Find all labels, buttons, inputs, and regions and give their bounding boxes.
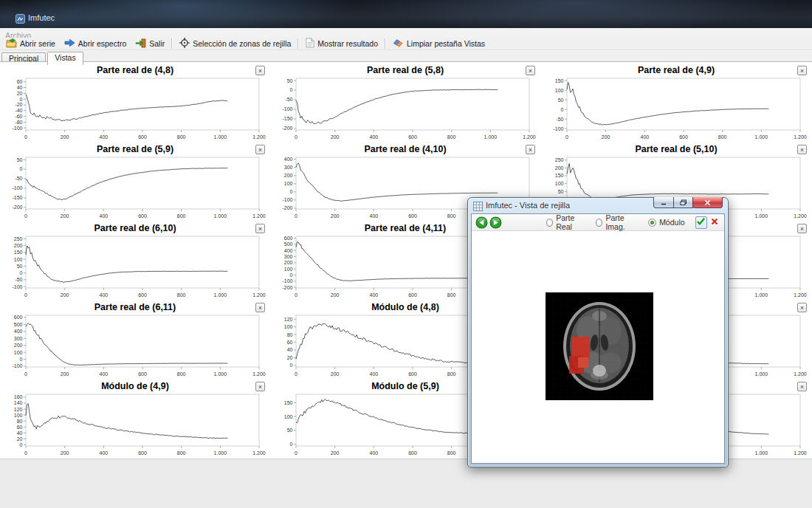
radio-parte-real[interactable]: Parte Real	[546, 213, 585, 231]
svg-text:800: 800	[177, 292, 186, 298]
svg-text:1.200: 1.200	[252, 450, 266, 456]
chart-close-button[interactable]: ×	[797, 303, 807, 312]
dialog-close-button[interactable]	[692, 197, 723, 208]
clear-views-label: Limpiar pestaña Vistas	[407, 39, 485, 48]
svg-text:600: 600	[138, 292, 147, 298]
svg-text:400: 400	[284, 248, 293, 253]
chart-close-button[interactable]: ×	[797, 382, 807, 391]
chart-close-button[interactable]: ×	[255, 224, 265, 233]
dialog-toolbar: Parte Real Parte Imag. Módulo	[472, 214, 724, 231]
menu-bar: Archivo	[0, 28, 812, 38]
open-spectrum-icon	[64, 38, 75, 49]
open-spectrum-button[interactable]: Abrir espectro	[60, 38, 131, 49]
svg-text:-60: -60	[15, 114, 22, 119]
dialog-minimize-button[interactable]	[653, 197, 674, 208]
mri-brain-image[interactable]	[546, 292, 653, 400]
svg-text:400: 400	[369, 213, 378, 219]
svg-text:60: 60	[17, 79, 23, 84]
dialog-titlebar[interactable]: Imfutec - Vista de rejilla	[468, 198, 728, 213]
svg-text:800: 800	[177, 371, 186, 377]
svg-text:100: 100	[284, 324, 293, 329]
svg-text:400: 400	[369, 292, 378, 298]
chart-title: Parte real de (5,8)	[270, 64, 540, 77]
svg-text:1.000: 1.000	[214, 371, 227, 377]
svg-text:200: 200	[61, 213, 69, 219]
chart-close-button[interactable]: ×	[526, 66, 535, 75]
chart-close-button[interactable]: ×	[255, 145, 265, 154]
svg-text:400: 400	[99, 450, 108, 456]
svg-text:250: 250	[14, 236, 23, 241]
svg-text:250: 250	[555, 157, 564, 162]
svg-text:1.200: 1.200	[252, 213, 266, 219]
svg-text:600: 600	[284, 236, 293, 241]
chart-close-button[interactable]: ×	[797, 66, 807, 75]
mode-radio-group: Parte Real Parte Imag. Módulo	[546, 213, 695, 231]
cancel-button[interactable]	[709, 216, 720, 229]
chart-title: Módulo de (4,9)	[0, 380, 270, 393]
svg-text:40: 40	[287, 347, 293, 352]
svg-text:500: 500	[284, 241, 293, 247]
open-series-label: Abrir serie	[20, 39, 55, 48]
svg-text:0: 0	[295, 134, 297, 140]
svg-text:-100: -100	[282, 197, 292, 202]
svg-text:1.200: 1.200	[794, 292, 807, 298]
chart-panel: Módulo de (4,9)×160140120100806040200020…	[0, 380, 270, 459]
svg-text:1.200: 1.200	[794, 134, 807, 140]
svg-text:1.000: 1.000	[755, 134, 768, 140]
svg-text:-40: -40	[15, 108, 22, 113]
clear-views-button[interactable]: Limpiar pestaña Vistas	[388, 38, 489, 49]
grid-zone-selection-icon	[179, 38, 190, 49]
svg-text:60: 60	[287, 340, 293, 345]
svg-text:100: 100	[555, 88, 564, 93]
svg-text:100: 100	[555, 181, 564, 186]
svg-text:0: 0	[565, 134, 568, 140]
svg-text:0: 0	[20, 166, 23, 171]
chart-close-button[interactable]: ×	[255, 66, 265, 75]
svg-text:600: 600	[408, 371, 417, 377]
dialog-maximize-button[interactable]	[673, 197, 693, 208]
chart-close-button[interactable]: ×	[797, 224, 807, 233]
svg-text:-50: -50	[556, 117, 563, 122]
svg-text:200: 200	[555, 165, 564, 171]
radio-label: Parte Real	[556, 213, 585, 231]
svg-text:200: 200	[331, 450, 340, 456]
svg-text:100: 100	[14, 257, 23, 262]
open-series-button[interactable]: Abrir serie	[1, 38, 60, 49]
radio-modulo[interactable]: Módulo	[648, 218, 684, 227]
exit-button[interactable]: Salir	[131, 38, 169, 49]
svg-text:400: 400	[369, 134, 378, 140]
svg-text:40: 40	[17, 85, 23, 90]
tab-vistas[interactable]: Vistas	[47, 52, 83, 65]
grid-zone-selection-button[interactable]: Selección de zonas de rejilla	[175, 38, 295, 49]
svg-text:-200: -200	[12, 205, 22, 210]
svg-text:0: 0	[20, 270, 23, 275]
next-button[interactable]	[489, 216, 502, 229]
svg-text:400: 400	[99, 134, 108, 140]
svg-text:0: 0	[295, 371, 297, 377]
svg-text:150: 150	[555, 78, 564, 83]
svg-text:50: 50	[17, 157, 23, 162]
confirm-button[interactable]	[695, 216, 707, 229]
checkmark-icon	[696, 216, 706, 228]
show-result-label: Mostrar resultado	[317, 39, 378, 48]
show-result-button[interactable]: Mostrar resultado	[301, 38, 382, 49]
window-title: Imfutec	[28, 13, 55, 22]
chart-close-button[interactable]: ×	[797, 145, 807, 154]
chart-close-button[interactable]: ×	[255, 382, 265, 391]
prev-button[interactable]	[475, 216, 488, 229]
svg-text:400: 400	[99, 213, 108, 219]
svg-text:200: 200	[331, 292, 340, 298]
open-series-icon	[6, 38, 17, 49]
svg-text:80: 80	[17, 419, 23, 424]
chart-panel: Parte real de (6,10)×250200150100500-50-…	[0, 222, 270, 301]
chart-close-button[interactable]: ×	[526, 145, 535, 154]
svg-text:100: 100	[14, 413, 23, 418]
svg-text:50: 50	[558, 189, 564, 194]
svg-text:200: 200	[602, 134, 610, 140]
svg-text:20: 20	[17, 436, 23, 442]
chart-close-button[interactable]: ×	[255, 303, 265, 312]
svg-text:600: 600	[408, 213, 417, 219]
radio-parte-imag[interactable]: Parte Imag.	[596, 213, 638, 231]
toolbar-separator	[385, 38, 386, 49]
svg-text:200: 200	[331, 213, 340, 219]
